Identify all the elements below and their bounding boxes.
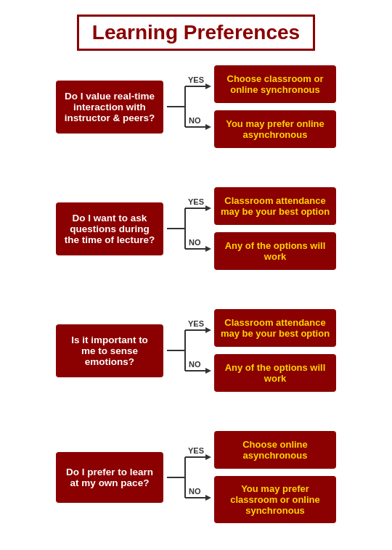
answer-no-3: Any of the options will work bbox=[214, 354, 336, 392]
answer-yes-4: Choose online asynchronous bbox=[214, 431, 336, 469]
svg-marker-21 bbox=[205, 368, 211, 374]
svg-marker-4 bbox=[205, 83, 211, 89]
svg-text:YES: YES bbox=[188, 75, 204, 84]
branch-wrapper-1: Choose classroom or online synchronous Y… bbox=[214, 65, 336, 148]
svg-marker-20 bbox=[205, 327, 211, 333]
flowchart-section-2: Do I want to ask questions during the ti… bbox=[0, 187, 392, 270]
question-box-2: Do I want to ask questions during the ti… bbox=[56, 202, 163, 255]
connector-svg-1: YES NO bbox=[163, 70, 214, 143]
answer-no-1: You may prefer online asynchronous bbox=[214, 110, 336, 148]
flowchart-section-3: Is it important to me to sense emotions?… bbox=[0, 309, 392, 392]
svg-text:YES: YES bbox=[188, 197, 204, 206]
svg-text:NO: NO bbox=[189, 238, 201, 247]
svg-marker-5 bbox=[205, 124, 211, 130]
question-box-3: Is it important to me to sense emotions? bbox=[56, 324, 163, 377]
svg-marker-28 bbox=[205, 454, 211, 460]
svg-text:NO: NO bbox=[189, 360, 201, 369]
branch-wrapper-3: Classroom attendance may be your best op… bbox=[214, 309, 336, 392]
flowchart-section-1: Do I value real-time interaction with in… bbox=[0, 65, 392, 148]
answer-no-4: You may prefer classroom or online synch… bbox=[214, 476, 336, 523]
answer-yes-3: Classroom attendance may be your best op… bbox=[214, 309, 336, 347]
svg-marker-29 bbox=[205, 495, 211, 501]
svg-text:NO: NO bbox=[189, 487, 201, 496]
connector-svg-3: YES NO bbox=[163, 314, 214, 387]
connector-svg-2: YES NO bbox=[163, 192, 214, 265]
question-box-1: Do I value real-time interaction with in… bbox=[56, 81, 163, 134]
answer-no-2: Any of the options will work bbox=[214, 232, 336, 270]
svg-text:YES: YES bbox=[188, 446, 204, 455]
question-box-4: Do I prefer to learn at my own pace? bbox=[56, 452, 163, 503]
answer-yes-1: Choose classroom or online synchronous bbox=[214, 65, 336, 103]
flowchart-section-4: Do I prefer to learn at my own pace? YES… bbox=[0, 431, 392, 523]
connector-svg-4: YES NO bbox=[163, 441, 214, 514]
svg-marker-12 bbox=[205, 205, 211, 211]
answer-yes-2: Classroom attendance may be your best op… bbox=[214, 187, 336, 225]
svg-text:YES: YES bbox=[188, 319, 204, 328]
page-title: Learning Preferences bbox=[77, 15, 315, 51]
branch-wrapper-2: Classroom attendance may be your best op… bbox=[214, 187, 336, 270]
svg-marker-13 bbox=[205, 246, 211, 252]
svg-text:NO: NO bbox=[189, 116, 201, 125]
branch-wrapper-4: Choose online asynchronous You may prefe… bbox=[214, 431, 336, 523]
